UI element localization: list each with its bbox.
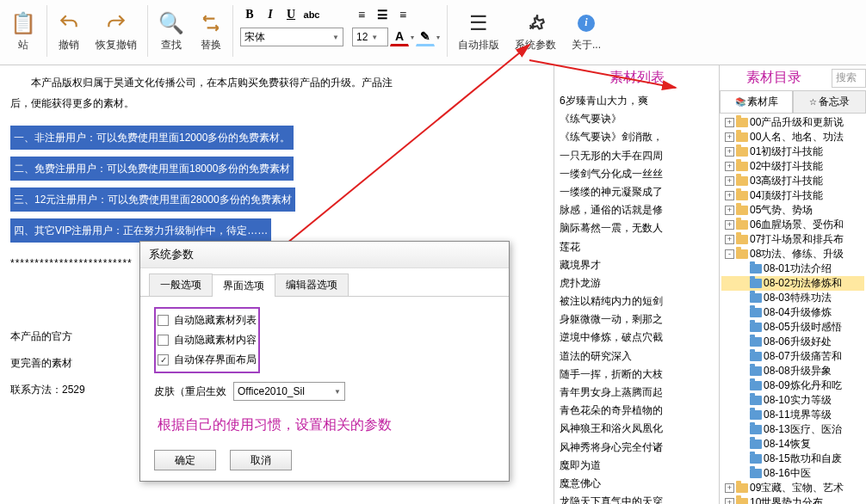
expand-icon[interactable]: + xyxy=(725,132,734,142)
tree-row[interactable]: +10世界势力分布 xyxy=(721,495,864,504)
tab-material-lib[interactable]: 📚素材库 xyxy=(720,90,793,113)
tab-general[interactable]: 一般选项 xyxy=(149,274,213,296)
tree-row[interactable]: 08-09炼化丹和吃 xyxy=(721,378,864,393)
list-item[interactable]: 脉感，通俗的话就是修 xyxy=(556,201,717,219)
font-size-select[interactable]: 12 ▼ xyxy=(352,28,388,46)
font-color-button[interactable]: A xyxy=(390,28,409,46)
checkbox-save-layout[interactable]: ✓ xyxy=(158,354,169,366)
skin-select[interactable]: Office2010_Sil ▼ xyxy=(233,382,345,401)
tree-row[interactable]: +06血腥场景、受伤和 xyxy=(721,218,864,232)
auto-layout-button[interactable]: ☰ 自动排版 xyxy=(451,2,506,60)
expand-icon[interactable]: + xyxy=(725,176,734,186)
tree-row[interactable]: +09宝藏、宝物、艺术 xyxy=(721,481,864,495)
list-item[interactable]: 被注以精纯内力的短剑 xyxy=(556,292,717,310)
tree-row[interactable]: 08-15散功和自废 xyxy=(721,452,864,466)
tree-row[interactable]: +04顶级打斗技能 xyxy=(721,188,864,203)
expand-icon[interactable]: + xyxy=(725,118,734,127)
expand-icon[interactable]: + xyxy=(725,147,734,157)
list-item[interactable]: 莲花 xyxy=(556,238,717,256)
sys-params-button[interactable]: 系统参数 xyxy=(508,2,563,60)
checkbox-hide-content[interactable] xyxy=(158,335,169,346)
folder-icon xyxy=(736,498,748,504)
underline-button[interactable]: U xyxy=(281,5,300,24)
list-item[interactable]: 风神狼王和浴火凤凰化 xyxy=(556,420,717,438)
tree-row[interactable]: 08-01功法介绍 xyxy=(721,261,864,276)
list-item[interactable]: 一缕缕的神元凝聚成了 xyxy=(556,183,717,201)
align-right-button[interactable]: ≡ xyxy=(393,5,412,24)
list-item[interactable]: 魔即为道 xyxy=(556,457,717,475)
redo-button[interactable]: 恢复撤销 xyxy=(89,2,144,60)
list-item[interactable]: 青色花朵的奇异植物的 xyxy=(556,402,717,420)
align-center-button[interactable]: ☰ xyxy=(373,5,392,24)
tree-row[interactable]: +05气势、势场 xyxy=(721,203,864,218)
collapse-icon[interactable]: - xyxy=(725,249,734,259)
folder-icon xyxy=(750,410,762,420)
ok-button[interactable]: 确定 xyxy=(154,450,216,470)
list-item[interactable]: 脑际蓦然一震，无数人 xyxy=(556,219,717,237)
list-item[interactable]: 青年男女身上蒸腾而起 xyxy=(556,384,717,402)
about-button[interactable]: i 关于... xyxy=(565,2,608,60)
tree-row[interactable]: 08-02功法修炼和 xyxy=(721,276,864,291)
tree-row[interactable]: +02中级打斗技能 xyxy=(721,159,864,174)
tree-row[interactable]: 08-06升级好处 xyxy=(721,335,864,349)
list-item[interactable]: 随手一挥，折断的大枝 xyxy=(556,366,717,384)
tree-row[interactable]: 08-14恢复 xyxy=(721,437,864,452)
expand-icon[interactable]: + xyxy=(725,235,734,244)
search-input[interactable]: 搜索 xyxy=(832,69,866,88)
cancel-button[interactable]: 取消 xyxy=(230,450,292,470)
expand-icon[interactable]: + xyxy=(725,206,734,215)
undo-button[interactable]: 撤销 xyxy=(51,2,87,60)
tree-row[interactable]: +01初级打斗技能 xyxy=(721,144,864,159)
replace-button[interactable]: 替换 xyxy=(193,2,229,60)
expand-icon[interactable]: + xyxy=(725,483,734,493)
list-item[interactable]: 《练气要诀》 xyxy=(556,110,717,128)
italic-button[interactable]: I xyxy=(261,5,280,24)
tree-row[interactable]: 08-08升级异象 xyxy=(721,364,864,378)
folder-icon xyxy=(750,264,762,274)
tree-row[interactable]: 08-11境界等级 xyxy=(721,408,864,422)
list-item[interactable]: 虎扑龙游 xyxy=(556,274,717,292)
list-item[interactable]: 魔意佛心 xyxy=(556,475,717,493)
align-left-button[interactable]: ≡ xyxy=(352,5,371,24)
tab-ui[interactable]: 界面选项 xyxy=(212,274,275,297)
list-item[interactable]: 6岁臻青山大力，爽 xyxy=(556,92,717,110)
list-item[interactable]: 一只无形的大手在四周 xyxy=(556,147,717,165)
tree-row[interactable]: 08-05升级时感悟 xyxy=(721,320,864,335)
material-tree[interactable]: +00产品升级和更新说+00人名、地名、功法+01初级打斗技能+02中级打斗技能… xyxy=(720,114,866,504)
tree-row[interactable]: 08-10实力等级 xyxy=(721,393,864,408)
tab-memo[interactable]: ☆备忘录 xyxy=(793,90,866,113)
list-item[interactable]: 一缕剑气分化成一丝丝 xyxy=(556,165,717,183)
tree-row[interactable]: +03高级打斗技能 xyxy=(721,174,864,188)
tab-editor[interactable]: 编辑器选项 xyxy=(275,274,349,296)
expand-icon[interactable]: + xyxy=(725,191,734,200)
find-button[interactable]: 🔍 查找 xyxy=(152,2,191,60)
material-list[interactable]: 6岁臻青山大力，爽《练气要诀》《练气要诀》剑消散，一只无形的大手在四周一缕剑气分… xyxy=(554,90,719,504)
list-item[interactable]: 龙隐天下真气中的天穿 xyxy=(556,493,717,504)
expand-icon[interactable]: + xyxy=(725,220,734,230)
expand-icon[interactable]: + xyxy=(725,162,734,171)
folder-icon xyxy=(736,162,748,171)
tree-row[interactable]: -08功法、修练、升级 xyxy=(721,247,864,261)
tree-row[interactable]: 08-07升级痛苦和 xyxy=(721,349,864,364)
list-item[interactable]: 风神秀将身心完全付诸 xyxy=(556,439,717,457)
tree-row[interactable]: 08-13医疗、医治 xyxy=(721,422,864,437)
tree-row[interactable]: +07打斗场景和排兵布 xyxy=(721,232,864,247)
tree-row[interactable]: 08-03特殊功法 xyxy=(721,291,864,305)
strike-button[interactable]: abc xyxy=(302,5,321,24)
paste-button[interactable]: 📋 站 xyxy=(3,2,43,60)
list-item[interactable]: 藏境界才 xyxy=(556,256,717,274)
tree-row[interactable]: 08-04升级修炼 xyxy=(721,305,864,320)
list-item[interactable]: 道法的研究深入 xyxy=(556,347,717,366)
tree-row[interactable]: 08-16中医 xyxy=(721,466,864,481)
highlight-button[interactable]: ✎ xyxy=(416,28,435,46)
list-item[interactable]: 身躯微微一动，剩那之 xyxy=(556,310,717,329)
dialog-title: 系统参数 xyxy=(140,242,509,268)
bold-button[interactable]: B xyxy=(240,5,259,24)
checkbox-hide-list[interactable] xyxy=(158,315,169,326)
font-name-select[interactable]: 宋体 ▼ xyxy=(240,28,343,46)
list-item[interactable]: 逆境中修炼，破点穴截 xyxy=(556,329,717,347)
list-item[interactable]: 《练气要诀》剑消散， xyxy=(556,128,717,146)
tree-row[interactable]: +00人名、地名、功法 xyxy=(721,130,864,144)
tree-row[interactable]: +00产品升级和更新说 xyxy=(721,115,864,130)
expand-icon[interactable]: + xyxy=(725,498,734,504)
